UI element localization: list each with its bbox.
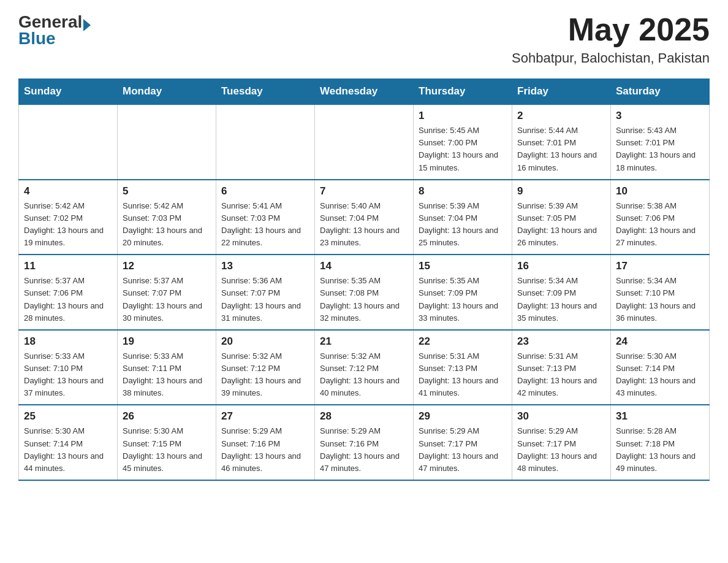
logo: General Blue bbox=[18, 12, 91, 48]
day-info: Sunrise: 5:43 AM Sunset: 7:01 PM Dayligh… bbox=[616, 124, 704, 174]
calendar-header-monday: Monday bbox=[118, 79, 216, 105]
day-info: Sunrise: 5:33 AM Sunset: 7:10 PM Dayligh… bbox=[24, 350, 112, 400]
calendar-cell: 9Sunrise: 5:39 AM Sunset: 7:05 PM Daylig… bbox=[512, 180, 611, 255]
calendar-cell: 26Sunrise: 5:30 AM Sunset: 7:15 PM Dayli… bbox=[118, 405, 216, 480]
day-info: Sunrise: 5:31 AM Sunset: 7:13 PM Dayligh… bbox=[419, 350, 507, 400]
day-info: Sunrise: 5:44 AM Sunset: 7:01 PM Dayligh… bbox=[517, 124, 605, 174]
day-info: Sunrise: 5:37 AM Sunset: 7:07 PM Dayligh… bbox=[123, 275, 211, 324]
calendar-week-row: 11Sunrise: 5:37 AM Sunset: 7:06 PM Dayli… bbox=[19, 255, 710, 330]
calendar-cell: 23Sunrise: 5:31 AM Sunset: 7:13 PM Dayli… bbox=[512, 330, 611, 405]
calendar-cell: 21Sunrise: 5:32 AM Sunset: 7:12 PM Dayli… bbox=[315, 330, 414, 405]
calendar-week-row: 4Sunrise: 5:42 AM Sunset: 7:02 PM Daylig… bbox=[19, 180, 710, 255]
calendar-header-tuesday: Tuesday bbox=[216, 79, 315, 105]
day-info: Sunrise: 5:30 AM Sunset: 7:14 PM Dayligh… bbox=[24, 425, 112, 475]
day-number: 1 bbox=[419, 110, 507, 122]
day-info: Sunrise: 5:40 AM Sunset: 7:04 PM Dayligh… bbox=[320, 200, 408, 250]
calendar-week-row: 18Sunrise: 5:33 AM Sunset: 7:10 PM Dayli… bbox=[19, 330, 710, 405]
calendar-cell: 24Sunrise: 5:30 AM Sunset: 7:14 PM Dayli… bbox=[611, 330, 710, 405]
day-info: Sunrise: 5:35 AM Sunset: 7:08 PM Dayligh… bbox=[320, 275, 408, 324]
month-year-title: May 2025 bbox=[512, 12, 710, 47]
calendar-cell: 15Sunrise: 5:35 AM Sunset: 7:09 PM Dayli… bbox=[414, 255, 512, 330]
day-info: Sunrise: 5:37 AM Sunset: 7:06 PM Dayligh… bbox=[24, 275, 112, 324]
day-number: 12 bbox=[123, 260, 211, 272]
day-number: 20 bbox=[221, 335, 309, 348]
day-number: 31 bbox=[616, 410, 704, 423]
calendar-cell: 25Sunrise: 5:30 AM Sunset: 7:14 PM Dayli… bbox=[19, 405, 118, 480]
day-info: Sunrise: 5:29 AM Sunset: 7:17 PM Dayligh… bbox=[419, 425, 507, 475]
day-info: Sunrise: 5:35 AM Sunset: 7:09 PM Dayligh… bbox=[419, 275, 507, 324]
calendar-cell: 4Sunrise: 5:42 AM Sunset: 7:02 PM Daylig… bbox=[19, 180, 118, 255]
calendar-cell: 7Sunrise: 5:40 AM Sunset: 7:04 PM Daylig… bbox=[315, 180, 414, 255]
day-number: 26 bbox=[123, 410, 211, 423]
day-number: 19 bbox=[123, 335, 211, 348]
calendar-cell bbox=[118, 104, 216, 180]
calendar-cell: 27Sunrise: 5:29 AM Sunset: 7:16 PM Dayli… bbox=[216, 405, 315, 480]
calendar-header-wednesday: Wednesday bbox=[315, 79, 414, 105]
day-number: 30 bbox=[517, 410, 605, 423]
day-info: Sunrise: 5:42 AM Sunset: 7:03 PM Dayligh… bbox=[123, 200, 211, 250]
calendar-cell: 14Sunrise: 5:35 AM Sunset: 7:08 PM Dayli… bbox=[315, 255, 414, 330]
day-info: Sunrise: 5:38 AM Sunset: 7:06 PM Dayligh… bbox=[616, 200, 704, 250]
day-info: Sunrise: 5:33 AM Sunset: 7:11 PM Dayligh… bbox=[123, 350, 211, 400]
day-number: 29 bbox=[419, 410, 507, 423]
logo-arrow-icon bbox=[83, 19, 91, 31]
day-number: 15 bbox=[419, 260, 507, 272]
day-number: 25 bbox=[24, 410, 112, 423]
calendar-cell: 3Sunrise: 5:43 AM Sunset: 7:01 PM Daylig… bbox=[611, 104, 710, 180]
day-info: Sunrise: 5:28 AM Sunset: 7:18 PM Dayligh… bbox=[616, 425, 704, 475]
calendar-cell: 6Sunrise: 5:41 AM Sunset: 7:03 PM Daylig… bbox=[216, 180, 315, 255]
day-number: 3 bbox=[616, 110, 704, 122]
day-info: Sunrise: 5:39 AM Sunset: 7:05 PM Dayligh… bbox=[517, 200, 605, 250]
calendar-cell: 31Sunrise: 5:28 AM Sunset: 7:18 PM Dayli… bbox=[611, 405, 710, 480]
logo-blue-text: Blue bbox=[18, 29, 91, 48]
calendar-cell bbox=[216, 104, 315, 180]
day-number: 27 bbox=[221, 410, 309, 423]
day-number: 9 bbox=[517, 185, 605, 197]
calendar-cell: 2Sunrise: 5:44 AM Sunset: 7:01 PM Daylig… bbox=[512, 104, 611, 180]
page-header: General Blue May 2025 Sohbatpur, Balochi… bbox=[18, 12, 710, 66]
day-number: 24 bbox=[616, 335, 704, 348]
location-text: Sohbatpur, Balochistan, Pakistan bbox=[512, 50, 710, 66]
day-info: Sunrise: 5:29 AM Sunset: 7:17 PM Dayligh… bbox=[517, 425, 605, 475]
day-info: Sunrise: 5:41 AM Sunset: 7:03 PM Dayligh… bbox=[221, 200, 309, 250]
day-number: 8 bbox=[419, 185, 507, 197]
calendar-header-saturday: Saturday bbox=[611, 79, 710, 105]
calendar-header-friday: Friday bbox=[512, 79, 611, 105]
day-number: 16 bbox=[517, 260, 605, 272]
day-info: Sunrise: 5:30 AM Sunset: 7:15 PM Dayligh… bbox=[123, 425, 211, 475]
day-info: Sunrise: 5:32 AM Sunset: 7:12 PM Dayligh… bbox=[221, 350, 309, 400]
day-number: 21 bbox=[320, 335, 408, 348]
calendar-week-row: 25Sunrise: 5:30 AM Sunset: 7:14 PM Dayli… bbox=[19, 405, 710, 480]
calendar-header-row: SundayMondayTuesdayWednesdayThursdayFrid… bbox=[19, 79, 710, 105]
calendar-cell: 19Sunrise: 5:33 AM Sunset: 7:11 PM Dayli… bbox=[118, 330, 216, 405]
day-info: Sunrise: 5:30 AM Sunset: 7:14 PM Dayligh… bbox=[616, 350, 704, 400]
calendar-cell: 11Sunrise: 5:37 AM Sunset: 7:06 PM Dayli… bbox=[19, 255, 118, 330]
day-number: 2 bbox=[517, 110, 605, 122]
day-info: Sunrise: 5:45 AM Sunset: 7:00 PM Dayligh… bbox=[419, 124, 507, 174]
calendar-week-row: 1Sunrise: 5:45 AM Sunset: 7:00 PM Daylig… bbox=[19, 104, 710, 180]
day-number: 23 bbox=[517, 335, 605, 348]
day-number: 6 bbox=[221, 185, 309, 197]
day-info: Sunrise: 5:42 AM Sunset: 7:02 PM Dayligh… bbox=[24, 200, 112, 250]
day-number: 14 bbox=[320, 260, 408, 272]
day-number: 7 bbox=[320, 185, 408, 197]
day-info: Sunrise: 5:29 AM Sunset: 7:16 PM Dayligh… bbox=[221, 425, 309, 475]
day-number: 18 bbox=[24, 335, 112, 348]
day-info: Sunrise: 5:34 AM Sunset: 7:10 PM Dayligh… bbox=[616, 275, 704, 324]
day-number: 10 bbox=[616, 185, 704, 197]
calendar-cell: 13Sunrise: 5:36 AM Sunset: 7:07 PM Dayli… bbox=[216, 255, 315, 330]
day-number: 22 bbox=[419, 335, 507, 348]
day-number: 5 bbox=[123, 185, 211, 197]
day-number: 13 bbox=[221, 260, 309, 272]
day-info: Sunrise: 5:39 AM Sunset: 7:04 PM Dayligh… bbox=[419, 200, 507, 250]
day-number: 4 bbox=[24, 185, 112, 197]
calendar-header-thursday: Thursday bbox=[414, 79, 512, 105]
calendar-cell bbox=[315, 104, 414, 180]
day-number: 11 bbox=[24, 260, 112, 272]
calendar-cell: 1Sunrise: 5:45 AM Sunset: 7:00 PM Daylig… bbox=[414, 104, 512, 180]
calendar-cell: 5Sunrise: 5:42 AM Sunset: 7:03 PM Daylig… bbox=[118, 180, 216, 255]
calendar-cell: 20Sunrise: 5:32 AM Sunset: 7:12 PM Dayli… bbox=[216, 330, 315, 405]
day-info: Sunrise: 5:32 AM Sunset: 7:12 PM Dayligh… bbox=[320, 350, 408, 400]
day-info: Sunrise: 5:29 AM Sunset: 7:16 PM Dayligh… bbox=[320, 425, 408, 475]
calendar-cell: 16Sunrise: 5:34 AM Sunset: 7:09 PM Dayli… bbox=[512, 255, 611, 330]
